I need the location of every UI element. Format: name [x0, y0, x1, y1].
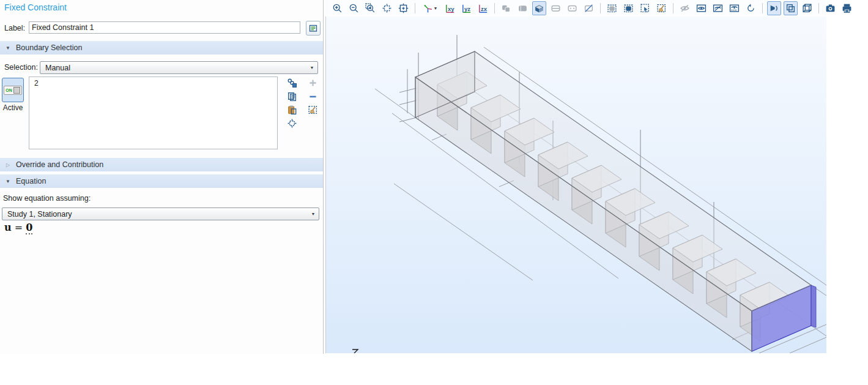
- collapse-arrow-icon: ▼: [0, 179, 16, 184]
- svg-text:zx: zx: [481, 5, 488, 12]
- view-hidden-icon: [713, 3, 723, 13]
- add-to-selection-button[interactable]: [307, 77, 318, 88]
- view-triad-icon: [423, 3, 433, 13]
- select-point-button[interactable]: [565, 1, 579, 15]
- boundary-selection-list[interactable]: 2: [29, 77, 278, 149]
- go-to-default-view-button[interactable]: ▼: [420, 1, 440, 15]
- zx-view-icon: zx: [478, 3, 489, 14]
- section-boundary-selection[interactable]: ▼ Boundary Selection: [0, 41, 323, 54]
- active-caption: Active: [0, 103, 26, 112]
- chevron-down-icon: ▼: [306, 65, 317, 70]
- settings-panel: Fixed Constraint Label: ▼ Boundary Selec…: [0, 0, 324, 354]
- select-all-button[interactable]: [638, 1, 652, 15]
- label-caption: Label:: [4, 24, 25, 32]
- expand-arrow-icon: ▷: [0, 162, 16, 168]
- clear-selection-button[interactable]: [655, 1, 669, 15]
- equation-assuming-caption: Show equation assuming:: [3, 194, 91, 203]
- select-none-button[interactable]: [582, 1, 596, 15]
- zoom-out-button[interactable]: [347, 1, 361, 15]
- paste-icon: [287, 105, 297, 115]
- collapse-arrow-icon: ▼: [0, 45, 16, 51]
- toggle-on-icon: ON: [4, 86, 22, 95]
- select-object-icon: [501, 3, 511, 13]
- select-none-icon: [584, 3, 594, 13]
- view-hidden-button[interactable]: [711, 1, 725, 15]
- selection-mode-dropdown[interactable]: Manual ▼: [40, 61, 318, 74]
- clear-selection-button[interactable]: [307, 104, 318, 115]
- zoom-extents-button[interactable]: [396, 1, 410, 15]
- section-override-contribution[interactable]: ▷ Override and Contribution: [0, 158, 323, 171]
- view-unhidden-icon: [696, 3, 707, 13]
- zoom-box-icon: [365, 3, 376, 13]
- equation-formula: u = 0: [4, 222, 32, 233]
- scene-light-icon: [769, 3, 779, 13]
- comsol-window: Fixed Constraint Label: ▼ Boundary Selec…: [0, 0, 826, 354]
- go-to-xy-view-button[interactable]: xy: [443, 1, 457, 15]
- transparency-icon: [785, 3, 796, 13]
- create-selection-button[interactable]: [286, 77, 297, 88]
- select-edge-button[interactable]: [549, 1, 563, 15]
- select-boundary-button[interactable]: [532, 1, 546, 15]
- print-button[interactable]: [840, 1, 854, 15]
- transparency-button[interactable]: [784, 1, 798, 15]
- toolbar-separator: [600, 3, 601, 13]
- go-to-zx-view-button[interactable]: zx: [476, 1, 490, 15]
- view-unhidden-button[interactable]: [694, 1, 708, 15]
- plus-icon: [308, 78, 318, 88]
- list-item[interactable]: 2: [29, 77, 277, 88]
- zoom-out-icon: [349, 3, 359, 13]
- select-domain-button[interactable]: [516, 1, 530, 15]
- toolbar-separator: [415, 3, 415, 13]
- clear-selection-icon: [656, 3, 667, 13]
- hide-selected-button[interactable]: [678, 1, 692, 15]
- copy-selection-button[interactable]: [286, 91, 297, 102]
- create-selection-icon: [287, 78, 297, 88]
- label-input[interactable]: [29, 21, 300, 34]
- image-snapshot-button[interactable]: [823, 1, 837, 15]
- select-box-button[interactable]: [605, 1, 619, 15]
- zoom-selected-icon: [382, 3, 392, 13]
- wireframe-rendering-button[interactable]: [800, 1, 814, 15]
- paste-selection-button[interactable]: [286, 104, 297, 115]
- deselect-box-button[interactable]: [621, 1, 636, 15]
- zoom-to-selection-icon: [287, 118, 297, 129]
- zoom-to-selection-button[interactable]: [286, 118, 297, 129]
- remove-from-selection-button[interactable]: [307, 91, 318, 102]
- zoom-selected-button[interactable]: [380, 1, 394, 15]
- clear-selection-icon: [308, 105, 318, 115]
- selection-caption: Selection:: [4, 63, 38, 72]
- chevron-down-icon: ▼: [434, 6, 438, 10]
- section-equation[interactable]: ▼ Equation: [0, 174, 323, 188]
- reset-hiding-button[interactable]: [744, 1, 758, 15]
- select-object-button[interactable]: [499, 1, 513, 15]
- zoom-in-button[interactable]: [330, 1, 344, 15]
- show-hidden-transparent-icon: [729, 3, 740, 13]
- toolbar-separator: [673, 3, 673, 13]
- go-to-yz-view-button[interactable]: yz: [459, 1, 473, 15]
- wireframe-icon: [802, 3, 812, 13]
- chevron-down-icon: ▼: [308, 212, 319, 216]
- hide-selected-icon: [680, 3, 690, 13]
- select-boundary-icon: [534, 3, 544, 13]
- select-edge-icon: [551, 3, 561, 13]
- rename-icon: [308, 23, 318, 33]
- zoom-in-icon: [332, 3, 343, 13]
- study-dropdown[interactable]: Study 1, Stationary ▼: [2, 207, 319, 220]
- toolbar-separator: [818, 3, 819, 13]
- graphics-view[interactable]: [325, 17, 826, 353]
- zoom-box-button[interactable]: [363, 1, 377, 15]
- scene-light-button[interactable]: [767, 1, 781, 15]
- zoom-extents-icon: [398, 3, 409, 13]
- deselect-box-icon: [623, 3, 634, 13]
- svg-text:yz: yz: [464, 5, 470, 12]
- toolbar-separator: [494, 3, 495, 13]
- show-hidden-transparent-button[interactable]: [727, 1, 741, 15]
- toolbar-separator: [762, 3, 763, 13]
- printer-icon: [842, 3, 852, 13]
- xy-view-icon: xy: [445, 3, 456, 14]
- active-toggle-button[interactable]: ON: [2, 78, 24, 102]
- reset-hiding-icon: [746, 3, 756, 13]
- yz-view-icon: yz: [461, 3, 472, 14]
- select-box-icon: [607, 3, 617, 13]
- rename-button[interactable]: [306, 21, 321, 36]
